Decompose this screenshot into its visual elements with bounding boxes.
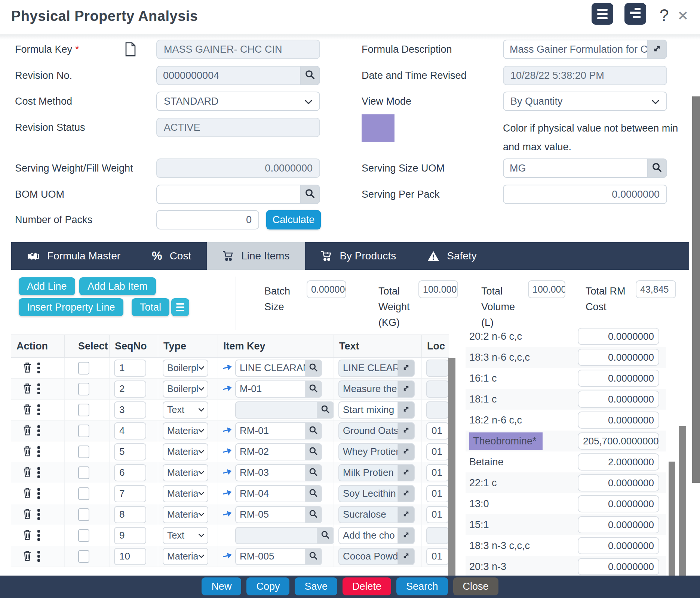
row-menu-icon[interactable] — [37, 363, 40, 373]
goto-arrow-icon[interactable] — [222, 489, 232, 499]
row-menu-icon[interactable] — [37, 446, 40, 457]
property-value-input[interactable]: 0.0000000 — [578, 349, 659, 366]
serving-size-uom-search-button[interactable] — [647, 158, 667, 178]
loc-input[interactable]: 01 — [426, 485, 449, 502]
tab-by-products[interactable]: By Products — [305, 242, 412, 270]
property-value-input[interactable]: 205,700.0000000 — [578, 432, 659, 450]
total-button[interactable]: Total — [132, 298, 169, 316]
row-checkbox[interactable] — [78, 446, 89, 458]
property-value-input[interactable]: 0.0000000 — [578, 537, 659, 554]
type-select[interactable]: Material — [163, 548, 208, 565]
insert-property-line-button[interactable]: Insert Property Line — [19, 298, 123, 316]
bom-uom-input[interactable] — [156, 185, 300, 204]
formula-description-input[interactable]: Mass Gainer Formulation for C — [503, 40, 647, 59]
seqno-input[interactable]: 7 — [114, 485, 146, 502]
seqno-input[interactable]: 9 — [114, 527, 146, 544]
row-checkbox[interactable] — [78, 362, 89, 374]
total-weight-input[interactable]: 100.0000000 — [418, 280, 458, 298]
text-expand-button[interactable] — [397, 443, 415, 460]
add-line-button[interactable]: Add Line — [19, 277, 75, 295]
seqno-input[interactable]: 4 — [114, 422, 146, 440]
tab-cost[interactable]: % Cost — [136, 242, 207, 270]
trash-icon[interactable] — [22, 529, 32, 542]
revision-no-input[interactable]: 0000000004 — [156, 66, 300, 85]
text-input[interactable]: Cocoa Powd — [338, 548, 397, 565]
row-menu-icon[interactable] — [37, 383, 40, 394]
goto-arrow-icon[interactable] — [222, 447, 232, 457]
type-select[interactable]: Material — [163, 464, 208, 481]
bom-uom-search-button[interactable] — [300, 185, 320, 204]
goto-arrow-icon[interactable] — [222, 426, 232, 436]
text-expand-button[interactable] — [397, 422, 415, 440]
goto-arrow-icon[interactable] — [222, 468, 232, 478]
item-key-input[interactable] — [235, 527, 317, 544]
type-select[interactable]: Text — [163, 527, 208, 544]
type-select[interactable]: Text — [163, 401, 208, 419]
type-select[interactable]: Material — [163, 443, 208, 460]
row-checkbox[interactable] — [78, 404, 89, 416]
text-expand-button[interactable] — [397, 527, 415, 544]
loc-input[interactable]: 01 — [426, 422, 449, 440]
batch-size-input[interactable]: 0.0000000 — [307, 280, 346, 298]
text-expand-button[interactable] — [397, 380, 415, 398]
item-key-input[interactable]: RM-02 — [235, 443, 305, 460]
item-key-search-button[interactable] — [305, 506, 322, 523]
search-button[interactable]: Search — [396, 577, 448, 595]
row-menu-icon[interactable] — [37, 551, 40, 562]
tab-formula-master[interactable]: Formula Master — [11, 242, 136, 270]
loc-input[interactable] — [426, 401, 449, 419]
row-menu-icon[interactable] — [37, 425, 40, 436]
line-menu-button[interactable] — [171, 298, 189, 316]
trash-icon[interactable] — [22, 362, 32, 374]
type-select[interactable]: Boilerplate — [163, 380, 208, 398]
seqno-input[interactable]: 5 — [114, 443, 146, 460]
goto-arrow-icon[interactable] — [222, 552, 232, 561]
text-input[interactable]: Add the cho — [338, 527, 397, 544]
row-menu-icon[interactable] — [37, 467, 40, 478]
panel-scrollbar[interactable] — [679, 426, 686, 576]
menu-button[interactable] — [592, 3, 613, 25]
page-scrollbar[interactable] — [692, 96, 700, 483]
row-checkbox[interactable] — [78, 383, 89, 395]
property-value-input[interactable]: 0.0000000 — [578, 370, 659, 387]
seqno-input[interactable]: 6 — [114, 464, 146, 481]
save-button[interactable]: Save — [295, 577, 337, 595]
item-key-search-button[interactable] — [305, 443, 322, 460]
help-icon[interactable]: ? — [660, 6, 669, 25]
item-key-input[interactable]: RM-01 — [235, 422, 305, 440]
text-expand-button[interactable] — [397, 401, 415, 419]
calculate-button[interactable]: Calculate — [266, 210, 321, 229]
goto-arrow-icon[interactable] — [222, 510, 232, 520]
row-menu-icon[interactable] — [37, 404, 40, 415]
item-key-search-button[interactable] — [305, 422, 322, 440]
row-checkbox[interactable] — [78, 529, 89, 542]
property-value-input[interactable]: 0.0000000 — [578, 558, 659, 575]
trash-icon[interactable] — [22, 404, 32, 416]
row-menu-icon[interactable] — [37, 530, 40, 541]
loc-input[interactable]: 01 — [426, 443, 449, 460]
text-expand-button[interactable] — [397, 464, 415, 481]
copy-button[interactable]: Copy — [246, 577, 289, 595]
item-key-input[interactable]: RM-005 — [235, 548, 305, 565]
item-key-search-button[interactable] — [305, 360, 322, 377]
type-select[interactable]: Material — [163, 506, 208, 523]
loc-input[interactable] — [426, 380, 449, 398]
property-value-input[interactable]: 2.0000000 — [578, 453, 659, 471]
item-key-input[interactable]: RM-04 — [235, 485, 305, 502]
item-key-search-button[interactable] — [305, 485, 322, 502]
close-button[interactable]: Close — [453, 577, 498, 595]
text-input[interactable]: Soy Lecithin — [338, 485, 397, 502]
item-key-input[interactable]: RM-05 — [235, 506, 305, 523]
item-key-search-button[interactable] — [305, 380, 322, 398]
property-value-input[interactable]: 0.0000000 — [578, 391, 659, 408]
cost-method-select[interactable]: STANDARD — [156, 92, 320, 111]
seqno-input[interactable]: 8 — [114, 506, 146, 523]
text-input[interactable]: Measure the — [338, 380, 397, 398]
type-select[interactable]: Material — [163, 422, 208, 440]
serving-per-pack-input[interactable]: 0.0000000 — [503, 185, 667, 204]
trash-icon[interactable] — [22, 550, 32, 563]
item-key-search-button[interactable] — [317, 527, 334, 544]
panel-inner-scrollbar[interactable] — [669, 462, 675, 576]
view-mode-select[interactable]: By Quantity — [503, 92, 667, 111]
trash-icon[interactable] — [22, 446, 32, 458]
